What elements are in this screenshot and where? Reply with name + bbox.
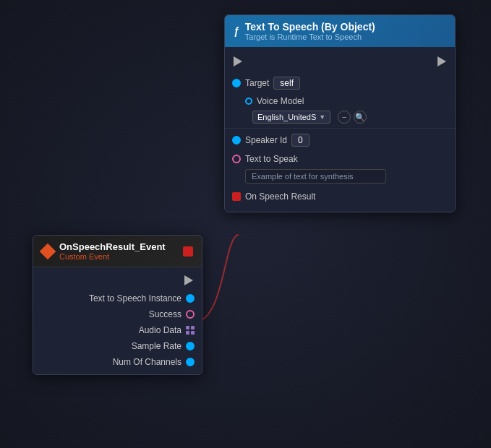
event-node: OnSpeechResult_Event Custom Event Text t… xyxy=(33,235,202,375)
on-speech-result-pin[interactable] xyxy=(232,192,241,201)
text-to-speak-pin[interactable] xyxy=(232,155,241,163)
event-body: Text to Speech Instance Success Audio Da… xyxy=(33,267,202,374)
exec-row xyxy=(225,53,455,73)
sample-rate-pin[interactable] xyxy=(186,342,195,350)
num-channels-label: Num Of Channels xyxy=(113,357,182,367)
event-diamond-icon xyxy=(40,243,56,259)
minus-icon[interactable]: − xyxy=(338,111,351,124)
on-speech-result-row: On Speech Result xyxy=(225,187,455,206)
audio-data-label: Audio Data xyxy=(139,325,182,335)
target-row: Target self xyxy=(225,73,455,93)
voice-dropdown-value: English_UnitedS xyxy=(257,113,316,121)
voice-dropdown[interactable]: English_UnitedS ▼ xyxy=(252,111,330,124)
text-to-speak-label: Text to Speak xyxy=(245,154,298,164)
success-label: Success xyxy=(149,309,182,319)
target-value: self xyxy=(273,77,300,90)
chevron-down-icon: ▼ xyxy=(319,113,325,121)
event-exec-out-pin[interactable] xyxy=(183,275,195,286)
num-channels-pin[interactable] xyxy=(186,358,195,366)
speaker-id-value: 0 xyxy=(291,134,309,147)
function-icon: ƒ xyxy=(234,25,239,37)
tts-instance-label: Text to Speech Instance xyxy=(89,293,182,303)
on-speech-result-label: On Speech Result xyxy=(245,191,315,202)
sample-rate-row: Sample Rate xyxy=(33,338,202,354)
text-to-speak-input[interactable]: Example of text for synthesis xyxy=(245,169,386,184)
text-input-row: Example of text for synthesis xyxy=(225,168,455,187)
audio-data-row: Audio Data xyxy=(33,322,202,338)
exec-in-pin[interactable] xyxy=(232,56,244,67)
text-to-speak-row: Text to Speak xyxy=(225,150,455,168)
voice-model-control-row: English_UnitedS ▼ − 🔍 xyxy=(225,109,455,126)
voice-model-pin[interactable] xyxy=(245,98,252,105)
audio-data-pin[interactable] xyxy=(186,326,195,335)
target-label: Target xyxy=(245,78,269,88)
voice-icons: − 🔍 xyxy=(338,111,367,124)
event-exec-row xyxy=(33,272,202,290)
tts-instance-pin[interactable] xyxy=(186,294,195,303)
num-channels-row: Num Of Channels xyxy=(33,354,202,370)
event-subtitle: Custom Event xyxy=(59,252,177,261)
divider xyxy=(225,128,455,129)
voice-model-label: Voice Model xyxy=(257,96,304,106)
speaker-id-row: Speaker Id 0 xyxy=(225,130,455,150)
tts-body: Target self Voice Model English_UnitedS … xyxy=(225,47,455,212)
tts-title: Text To Speech (By Object) xyxy=(245,21,375,33)
exec-out-pin[interactable] xyxy=(436,56,448,67)
search-icon[interactable]: 🔍 xyxy=(354,111,367,124)
voice-model-label-row: Voice Model xyxy=(225,93,455,109)
success-pin[interactable] xyxy=(186,310,195,319)
target-pin[interactable] xyxy=(232,79,241,87)
speaker-id-label: Speaker Id xyxy=(245,135,287,145)
success-row: Success xyxy=(33,306,202,322)
tts-instance-row: Text to Speech Instance xyxy=(33,290,202,306)
event-close-pin[interactable] xyxy=(183,246,193,257)
tts-subtitle: Target is Runtime Text to Speech xyxy=(245,33,375,41)
tts-header: ƒ Text To Speech (By Object) Target is R… xyxy=(225,15,455,47)
sample-rate-label: Sample Rate xyxy=(132,341,182,351)
tts-node: ƒ Text To Speech (By Object) Target is R… xyxy=(224,14,456,212)
event-header: OnSpeechResult_Event Custom Event xyxy=(33,236,202,267)
event-title: OnSpeechResult_Event xyxy=(59,241,177,252)
speaker-id-pin[interactable] xyxy=(232,136,241,145)
